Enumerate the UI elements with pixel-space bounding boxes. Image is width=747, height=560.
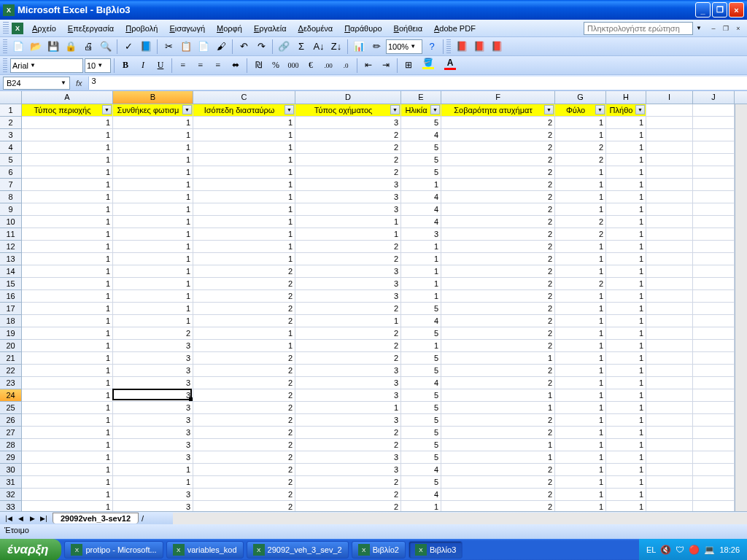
cell[interactable]: 2 — [441, 179, 555, 191]
cell[interactable] — [693, 451, 735, 464]
grip-icon[interactable] — [446, 39, 451, 54]
cell[interactable]: 2 — [555, 216, 606, 228]
cell[interactable]: 2 — [193, 439, 295, 451]
cell[interactable] — [693, 389, 735, 402]
cell[interactable]: 1 — [606, 228, 646, 241]
cell[interactable]: Φύλο▼ — [555, 104, 606, 117]
research-button[interactable]: 📘 — [138, 39, 154, 55]
row-header[interactable]: 4 — [0, 141, 22, 154]
cell[interactable]: 1 — [401, 179, 441, 191]
cell[interactable]: 1 — [606, 389, 646, 402]
row-header[interactable]: 7 — [0, 179, 22, 191]
cell[interactable]: 1 — [22, 154, 113, 166]
row-header[interactable]: 6 — [0, 166, 22, 179]
cell[interactable] — [646, 166, 693, 179]
pdf-review-button[interactable]: 📕 — [489, 39, 505, 55]
cell[interactable]: 1 — [606, 278, 646, 290]
cell[interactable]: 1 — [22, 489, 113, 501]
cell[interactable]: 3 — [113, 352, 193, 365]
row-header[interactable]: 33 — [0, 501, 22, 511]
euro-button[interactable]: € — [303, 58, 319, 74]
cell[interactable]: 1 — [22, 389, 113, 402]
cell[interactable]: 2 — [441, 476, 555, 489]
cell[interactable]: 1 — [555, 166, 606, 179]
cell[interactable]: 3 — [113, 402, 193, 414]
cell[interactable]: 1 — [401, 290, 441, 303]
cell[interactable]: 4 — [401, 489, 441, 501]
cell[interactable]: Συνθήκες φωτισμ▼ — [113, 104, 193, 117]
cell[interactable]: 2 — [295, 166, 401, 179]
cell[interactable] — [693, 278, 735, 290]
cell[interactable]: 1 — [22, 129, 113, 141]
cell[interactable] — [646, 117, 693, 129]
cell[interactable]: 1 — [193, 191, 295, 203]
row-header[interactable]: 9 — [0, 203, 22, 216]
cell[interactable]: 2 — [295, 303, 401, 315]
cell[interactable]: 1 — [22, 315, 113, 327]
cell[interactable]: 1 — [22, 191, 113, 203]
cell[interactable]: 1 — [193, 228, 295, 241]
row-header[interactable]: 31 — [0, 476, 22, 489]
menu-δεδομένα[interactable]: Δεδομένα — [293, 22, 339, 35]
cell[interactable] — [693, 365, 735, 377]
cell[interactable]: 3 — [295, 191, 401, 203]
cell[interactable] — [693, 414, 735, 427]
cell[interactable] — [646, 501, 693, 511]
cell[interactable] — [693, 439, 735, 451]
cell[interactable]: 2 — [193, 352, 295, 365]
cell[interactable]: 1 — [193, 117, 295, 129]
cell[interactable]: 1 — [22, 179, 113, 191]
cell[interactable]: 1 — [193, 154, 295, 166]
cell[interactable]: 2 — [441, 166, 555, 179]
cell[interactable]: 1 — [22, 365, 113, 377]
cell[interactable]: 1 — [606, 265, 646, 278]
cell[interactable] — [646, 290, 693, 303]
filter-dropdown-icon[interactable]: ▼ — [182, 105, 192, 114]
cell[interactable]: 1 — [555, 129, 606, 141]
font-combo[interactable]: Arial▼ — [10, 58, 83, 73]
clock[interactable]: 18:26 — [719, 545, 740, 554]
cell[interactable]: 1 — [606, 290, 646, 303]
sort-desc-button[interactable]: Z↓ — [328, 39, 344, 55]
cell[interactable] — [693, 265, 735, 278]
cell[interactable]: 2 — [295, 253, 401, 265]
cell[interactable]: Ηλικία▼ — [401, 104, 441, 117]
cell[interactable]: 2 — [295, 141, 401, 154]
align-right-button[interactable]: ≡ — [210, 58, 226, 74]
cell[interactable]: 1 — [113, 228, 193, 241]
cell[interactable]: 1 — [555, 253, 606, 265]
menu-adobe pdf[interactable]: Adobe PDF — [428, 22, 481, 35]
grip-icon[interactable] — [3, 58, 7, 73]
cell[interactable]: 1 — [606, 241, 646, 253]
cell[interactable]: 2 — [193, 389, 295, 402]
cell[interactable]: 2 — [441, 278, 555, 290]
cell[interactable] — [646, 340, 693, 352]
cell[interactable]: 1 — [22, 290, 113, 303]
cell[interactable]: 1 — [22, 278, 113, 290]
sheet-tab[interactable]: 29092veh_3-sev12 — [53, 513, 139, 524]
cell[interactable]: 1 — [555, 241, 606, 253]
cell[interactable]: 1 — [22, 427, 113, 439]
row-header[interactable]: 3 — [0, 129, 22, 141]
fill-color-button[interactable]: 🪣 — [418, 58, 438, 74]
cell[interactable]: 1 — [193, 253, 295, 265]
cell[interactable] — [646, 377, 693, 389]
cell[interactable]: 3 — [113, 377, 193, 389]
cell[interactable] — [646, 402, 693, 414]
menu-προβολή[interactable]: Προβολή — [120, 22, 163, 35]
cell[interactable]: 2 — [295, 340, 401, 352]
cell[interactable]: 1 — [193, 241, 295, 253]
cell[interactable]: 1 — [193, 129, 295, 141]
filter-dropdown-icon[interactable]: ▼ — [102, 105, 112, 114]
comma-button[interactable]: 000 — [285, 58, 301, 74]
cell[interactable] — [693, 117, 735, 129]
cell[interactable]: 1 — [606, 414, 646, 427]
cell[interactable] — [693, 203, 735, 216]
cell[interactable]: 3 — [295, 377, 401, 389]
column-header-J[interactable]: J — [693, 91, 735, 104]
tray-icon[interactable]: 🔇 — [660, 545, 671, 555]
cell[interactable]: 3 — [113, 439, 193, 451]
row-header[interactable]: 10 — [0, 216, 22, 228]
decrease-decimal-button[interactable]: .0 — [338, 58, 354, 74]
cell[interactable] — [693, 253, 735, 265]
